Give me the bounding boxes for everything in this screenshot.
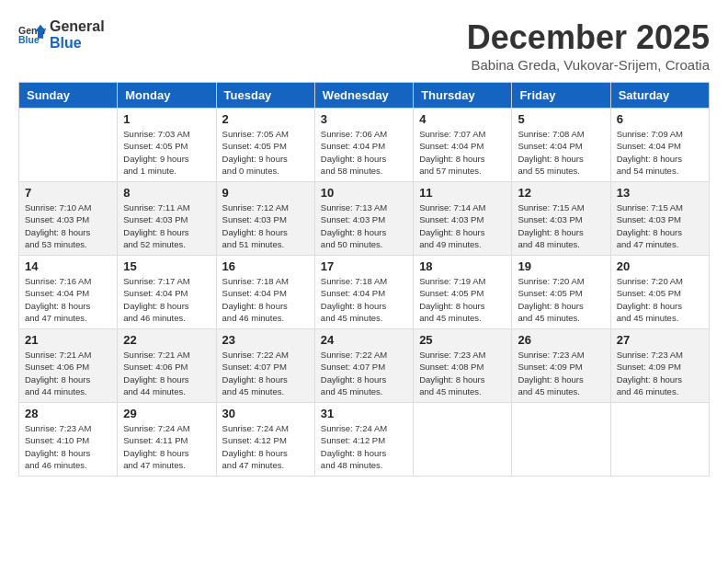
day-cell-6: 6Sunrise: 7:09 AMSunset: 4:04 PMDaylight… — [610, 109, 709, 182]
day-info: Sunrise: 7:22 AMSunset: 4:07 PMDaylight:… — [222, 349, 309, 397]
day-cell-18: 18Sunrise: 7:19 AMSunset: 4:05 PMDayligh… — [414, 256, 512, 329]
day-info: Sunrise: 7:22 AMSunset: 4:07 PMDaylight:… — [321, 349, 407, 397]
page-header: General Blue General Blue December 2025 … — [18, 18, 710, 73]
svg-text:Blue: Blue — [18, 34, 40, 45]
day-header-saturday: Saturday — [610, 83, 709, 109]
day-info: Sunrise: 7:14 AMSunset: 4:03 PMDaylight:… — [419, 201, 506, 250]
day-number: 4 — [419, 112, 506, 126]
day-number: 3 — [321, 112, 407, 126]
day-number: 21 — [25, 333, 111, 347]
day-cell-12: 12Sunrise: 7:15 AMSunset: 4:03 PMDayligh… — [512, 182, 610, 256]
logo: General Blue General Blue — [18, 18, 105, 51]
calendar-subtitle: Babina Greda, Vukovar-Srijem, Croatia — [467, 57, 710, 73]
day-info: Sunrise: 7:07 AMSunset: 4:04 PMDaylight:… — [419, 128, 506, 177]
day-number: 29 — [123, 407, 210, 420]
day-number: 2 — [222, 112, 309, 126]
day-info: Sunrise: 7:23 AMSunset: 4:09 PMDaylight:… — [518, 349, 604, 397]
day-number: 24 — [321, 333, 407, 347]
day-cell-empty — [610, 403, 709, 477]
day-number: 17 — [321, 259, 407, 273]
day-cell-29: 29Sunrise: 7:24 AMSunset: 4:11 PMDayligh… — [118, 403, 216, 477]
day-cell-11: 11Sunrise: 7:14 AMSunset: 4:03 PMDayligh… — [414, 182, 512, 256]
week-row-2: 7Sunrise: 7:10 AMSunset: 4:03 PMDaylight… — [19, 182, 710, 256]
day-cell-20: 20Sunrise: 7:20 AMSunset: 4:05 PMDayligh… — [610, 256, 709, 329]
day-cell-empty — [414, 403, 512, 477]
day-cell-8: 8Sunrise: 7:11 AMSunset: 4:03 PMDaylight… — [118, 182, 216, 256]
day-cell-24: 24Sunrise: 7:22 AMSunset: 4:07 PMDayligh… — [314, 329, 413, 403]
day-cell-16: 16Sunrise: 7:18 AMSunset: 4:04 PMDayligh… — [216, 256, 314, 329]
day-number: 7 — [25, 186, 111, 200]
day-info: Sunrise: 7:24 AMSunset: 4:11 PMDaylight:… — [123, 422, 210, 471]
week-row-3: 14Sunrise: 7:16 AMSunset: 4:04 PMDayligh… — [19, 256, 710, 329]
week-row-1: 1Sunrise: 7:03 AMSunset: 4:05 PMDaylight… — [19, 109, 710, 182]
day-number: 8 — [123, 186, 210, 200]
day-number: 22 — [123, 333, 210, 347]
day-cell-7: 7Sunrise: 7:10 AMSunset: 4:03 PMDaylight… — [19, 182, 118, 256]
day-cell-27: 27Sunrise: 7:23 AMSunset: 4:09 PMDayligh… — [610, 329, 709, 403]
day-number: 13 — [617, 186, 703, 200]
day-number: 15 — [123, 259, 210, 273]
logo-blue-text: Blue — [50, 35, 105, 52]
calendar-table: SundayMondayTuesdayWednesdayThursdayFrid… — [18, 82, 710, 477]
day-number: 14 — [25, 259, 111, 273]
day-cell-2: 2Sunrise: 7:05 AMSunset: 4:05 PMDaylight… — [216, 109, 314, 182]
day-cell-30: 30Sunrise: 7:24 AMSunset: 4:12 PMDayligh… — [216, 403, 314, 477]
day-info: Sunrise: 7:20 AMSunset: 4:05 PMDaylight:… — [617, 275, 703, 324]
day-number: 5 — [518, 112, 604, 126]
day-info: Sunrise: 7:19 AMSunset: 4:05 PMDaylight:… — [419, 275, 506, 324]
day-header-row: SundayMondayTuesdayWednesdayThursdayFrid… — [19, 83, 710, 109]
day-info: Sunrise: 7:24 AMSunset: 4:12 PMDaylight:… — [321, 422, 407, 471]
day-cell-17: 17Sunrise: 7:18 AMSunset: 4:04 PMDayligh… — [314, 256, 413, 329]
day-header-thursday: Thursday — [414, 83, 512, 109]
day-cell-31: 31Sunrise: 7:24 AMSunset: 4:12 PMDayligh… — [314, 403, 413, 477]
day-cell-5: 5Sunrise: 7:08 AMSunset: 4:04 PMDaylight… — [512, 109, 610, 182]
day-info: Sunrise: 7:10 AMSunset: 4:03 PMDaylight:… — [25, 201, 111, 250]
day-info: Sunrise: 7:09 AMSunset: 4:04 PMDaylight:… — [617, 128, 703, 177]
day-info: Sunrise: 7:23 AMSunset: 4:10 PMDaylight:… — [25, 422, 111, 471]
day-header-monday: Monday — [118, 83, 216, 109]
day-info: Sunrise: 7:13 AMSunset: 4:03 PMDaylight:… — [321, 201, 407, 250]
day-info: Sunrise: 7:11 AMSunset: 4:03 PMDaylight:… — [123, 201, 210, 250]
day-number: 27 — [617, 333, 703, 347]
day-cell-14: 14Sunrise: 7:16 AMSunset: 4:04 PMDayligh… — [19, 256, 118, 329]
title-block: December 2025 Babina Greda, Vukovar-Srij… — [467, 18, 710, 73]
day-cell-25: 25Sunrise: 7:23 AMSunset: 4:08 PMDayligh… — [414, 329, 512, 403]
day-cell-19: 19Sunrise: 7:20 AMSunset: 4:05 PMDayligh… — [512, 256, 610, 329]
calendar-title: December 2025 — [467, 18, 710, 57]
day-number: 10 — [321, 186, 407, 200]
day-cell-15: 15Sunrise: 7:17 AMSunset: 4:04 PMDayligh… — [118, 256, 216, 329]
day-info: Sunrise: 7:17 AMSunset: 4:04 PMDaylight:… — [123, 275, 210, 324]
day-info: Sunrise: 7:24 AMSunset: 4:12 PMDaylight:… — [222, 422, 309, 471]
day-cell-10: 10Sunrise: 7:13 AMSunset: 4:03 PMDayligh… — [314, 182, 413, 256]
week-row-5: 28Sunrise: 7:23 AMSunset: 4:10 PMDayligh… — [19, 403, 710, 477]
day-cell-4: 4Sunrise: 7:07 AMSunset: 4:04 PMDaylight… — [414, 109, 512, 182]
day-header-wednesday: Wednesday — [314, 83, 413, 109]
day-info: Sunrise: 7:20 AMSunset: 4:05 PMDaylight:… — [518, 275, 604, 324]
day-number: 19 — [518, 259, 604, 273]
day-info: Sunrise: 7:05 AMSunset: 4:05 PMDaylight:… — [222, 128, 309, 177]
day-header-sunday: Sunday — [19, 83, 118, 109]
day-info: Sunrise: 7:18 AMSunset: 4:04 PMDaylight:… — [321, 275, 407, 324]
week-row-4: 21Sunrise: 7:21 AMSunset: 4:06 PMDayligh… — [19, 329, 710, 403]
day-number: 9 — [222, 186, 309, 200]
day-cell-26: 26Sunrise: 7:23 AMSunset: 4:09 PMDayligh… — [512, 329, 610, 403]
day-info: Sunrise: 7:18 AMSunset: 4:04 PMDaylight:… — [222, 275, 309, 324]
day-number: 30 — [222, 407, 309, 420]
day-number: 6 — [617, 112, 703, 126]
day-info: Sunrise: 7:23 AMSunset: 4:09 PMDaylight:… — [617, 349, 703, 397]
day-cell-9: 9Sunrise: 7:12 AMSunset: 4:03 PMDaylight… — [216, 182, 314, 256]
logo-icon: General Blue — [18, 21, 46, 49]
day-number: 1 — [123, 112, 210, 126]
day-cell-21: 21Sunrise: 7:21 AMSunset: 4:06 PMDayligh… — [19, 329, 118, 403]
day-number: 28 — [25, 407, 111, 420]
day-header-tuesday: Tuesday — [216, 83, 314, 109]
day-number: 25 — [419, 333, 506, 347]
day-number: 11 — [419, 186, 506, 200]
day-number: 12 — [518, 186, 604, 200]
day-number: 31 — [321, 407, 407, 420]
day-number: 16 — [222, 259, 309, 273]
day-info: Sunrise: 7:21 AMSunset: 4:06 PMDaylight:… — [123, 349, 210, 397]
day-cell-22: 22Sunrise: 7:21 AMSunset: 4:06 PMDayligh… — [118, 329, 216, 403]
day-cell-3: 3Sunrise: 7:06 AMSunset: 4:04 PMDaylight… — [314, 109, 413, 182]
day-number: 18 — [419, 259, 506, 273]
